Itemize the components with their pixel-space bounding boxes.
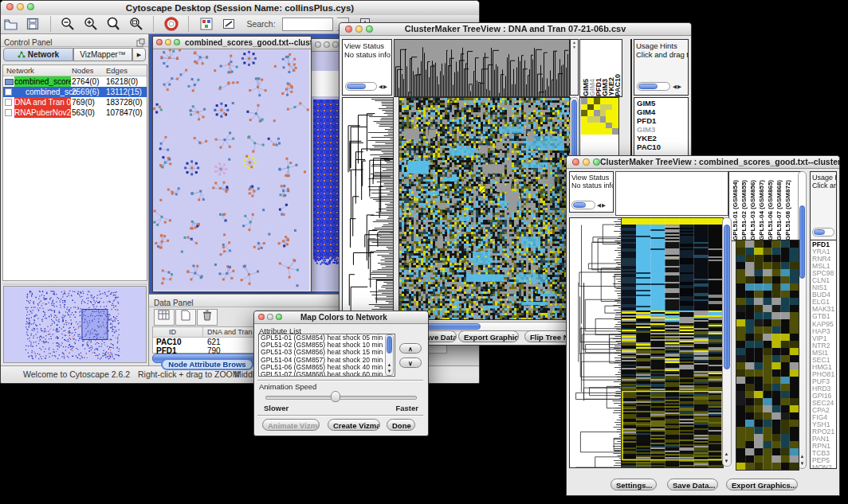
zoom-window-icon[interactable] bbox=[593, 158, 600, 166]
column-label[interactable]: GIM3 bbox=[601, 79, 607, 96]
treeview2-row-dendrogram[interactable] bbox=[569, 217, 622, 468]
open-file-icon[interactable] bbox=[2, 16, 18, 35]
animation-speed-slider-thumb[interactable] bbox=[331, 391, 340, 402]
treeview1-title-bar[interactable]: ClusterMaker TreeView : DNA and Tran 07-… bbox=[340, 23, 691, 36]
gene-label[interactable]: PFD1 bbox=[637, 116, 688, 125]
treeview2-button[interactable]: Export Graphics... bbox=[726, 479, 798, 490]
attribute-list-item[interactable]: GPL51-07 (GSM868) heat shock 60 min bbox=[259, 371, 395, 377]
close-icon[interactable] bbox=[572, 158, 579, 166]
scroll-arrows[interactable]: ◀▶ bbox=[379, 84, 388, 90]
close-icon[interactable] bbox=[345, 25, 352, 33]
delete-attribute-trash-icon[interactable] bbox=[197, 309, 218, 326]
view-status-hscrollbar[interactable] bbox=[571, 201, 595, 209]
dialog-button[interactable]: Animate Vizmap bbox=[262, 419, 320, 431]
gene-label[interactable]: MON2 bbox=[812, 464, 836, 469]
treeview2-title-bar[interactable]: ClusterMaker TreeView : combined_scores_… bbox=[567, 156, 839, 169]
network-table-row[interactable]: combined_sco 2569(6) 13112(15) bbox=[3, 87, 147, 97]
zoom-window-icon[interactable] bbox=[366, 25, 373, 33]
treeview1-button[interactable]: Export Graphics... bbox=[458, 330, 519, 342]
column-label[interactable]: GPL51-07 (GSM868) bbox=[775, 180, 784, 240]
treeview1-heatmap[interactable] bbox=[398, 97, 571, 320]
column-label[interactable]: GPL51-04 (GSM857) bbox=[758, 180, 767, 240]
column-label[interactable]: GIM4 bbox=[588, 79, 595, 96]
treeview1-zoom-matrix[interactable] bbox=[581, 98, 618, 135]
network-view-window[interactable]: combined_scores_good.txt--cluste... bbox=[152, 36, 312, 292]
minimize-icon[interactable] bbox=[17, 3, 24, 10]
close-icon[interactable] bbox=[156, 39, 163, 45]
scroll-down-icon[interactable]: ▼ bbox=[386, 369, 393, 374]
attribute-select-icon[interactable] bbox=[154, 309, 175, 326]
usage-hints-hscrollbar[interactable] bbox=[812, 228, 834, 236]
tab-vizmapper[interactable]: VizMapper™ bbox=[73, 48, 132, 61]
dialog-button[interactable]: Create Vizmap bbox=[328, 419, 380, 431]
gene-label[interactable]: GIM5 bbox=[637, 99, 688, 107]
attribute-list[interactable]: GPL51-01 (GSM854) heat shock 05 minGPL51… bbox=[258, 334, 395, 377]
zoom-in-icon[interactable] bbox=[83, 16, 99, 35]
zoom-selected-icon[interactable] bbox=[105, 16, 121, 35]
zoom-window-icon[interactable] bbox=[332, 41, 339, 48]
annotation-icon[interactable] bbox=[221, 16, 237, 35]
splitter-handle[interactable] bbox=[2, 281, 147, 285]
column-label[interactable]: GPL51-08 (GSM872) bbox=[784, 180, 793, 240]
column-label[interactable]: GPL51-03 (GSM856) bbox=[749, 180, 758, 240]
treeview2-heatmap[interactable] bbox=[621, 217, 724, 468]
dialog-title-bar[interactable]: Map Colors to Network bbox=[254, 311, 428, 324]
treeview2-vscrollbar[interactable] bbox=[722, 217, 732, 467]
treeview2-zoom-heatmap[interactable] bbox=[736, 240, 799, 471]
scroll-up-icon[interactable]: ▲ bbox=[723, 451, 730, 457]
minimize-icon[interactable] bbox=[165, 39, 171, 45]
scroll-arrows[interactable]: ◀▶ bbox=[673, 84, 682, 90]
tab-network[interactable]: Network bbox=[3, 48, 73, 61]
view-status-hscrollbar[interactable] bbox=[345, 82, 377, 91]
network-table-row[interactable]: DNA and Tran 07 769(0) 183728(0) bbox=[3, 97, 147, 107]
close-icon[interactable] bbox=[258, 314, 265, 320]
scroll-up-icon[interactable]: ▲ bbox=[799, 454, 806, 459]
dialog-button[interactable]: Done bbox=[387, 419, 415, 431]
help-lifebuoy-icon[interactable] bbox=[163, 16, 179, 35]
treeview1-button[interactable]: Flip Tree N bbox=[524, 330, 571, 342]
network-view-title-bar[interactable]: combined_scores_good.txt--cluste... bbox=[153, 37, 311, 49]
new-attribute-icon[interactable] bbox=[175, 309, 196, 326]
zoom-window-icon[interactable] bbox=[174, 39, 180, 45]
network-canvas[interactable] bbox=[153, 49, 309, 291]
scroll-down-icon[interactable]: ▼ bbox=[799, 461, 806, 467]
column-header-edges[interactable]: Edges bbox=[106, 65, 128, 76]
save-icon[interactable] bbox=[25, 16, 41, 35]
zoom-window-icon[interactable] bbox=[276, 314, 282, 320]
usage-hints-hscrollbar[interactable] bbox=[637, 82, 670, 91]
main-title-bar[interactable]: Cytoscape Desktop (Session Name: collins… bbox=[1, 1, 479, 16]
column-label[interactable]: GIM5 bbox=[582, 79, 588, 96]
network-table-row[interactable]: RNAPuberNov2+ 563(0) 107847(0) bbox=[3, 107, 147, 118]
column-label[interactable]: PAC10 bbox=[614, 74, 620, 96]
treeview2-button[interactable]: Settings... bbox=[610, 479, 657, 490]
strip-down-icon[interactable]: ▼ bbox=[571, 45, 578, 49]
column-header-id[interactable]: ID bbox=[169, 327, 176, 338]
animation-speed-slider-track[interactable] bbox=[265, 396, 417, 400]
network-overview-thumbnail[interactable] bbox=[3, 286, 147, 363]
minimize-icon[interactable] bbox=[355, 25, 363, 33]
column-label[interactable]: GPL51-06 (GSM865) bbox=[767, 180, 775, 240]
move-down-button[interactable]: ∨ bbox=[399, 357, 422, 368]
minimize-icon[interactable] bbox=[324, 41, 330, 48]
zoom-out-icon[interactable] bbox=[60, 16, 76, 35]
treeview1-column-dendrogram[interactable] bbox=[394, 39, 570, 97]
gene-label[interactable]: PAC10 bbox=[637, 143, 688, 151]
vizmapper-icon[interactable] bbox=[198, 16, 214, 35]
treeview2-button[interactable]: Save Data... bbox=[667, 479, 718, 490]
minimize-icon[interactable] bbox=[583, 158, 590, 166]
gene-label[interactable]: GIM4 bbox=[637, 107, 688, 116]
column-label[interactable]: PFD1 bbox=[595, 78, 601, 96]
gene-label[interactable]: YKE2 bbox=[637, 134, 688, 143]
move-up-button[interactable]: ∧ bbox=[399, 343, 422, 354]
minimize-icon[interactable] bbox=[267, 314, 273, 320]
treeview1-row-dendrogram[interactable] bbox=[342, 97, 394, 330]
scroll-up-icon[interactable]: ▲ bbox=[386, 362, 393, 368]
network-table-row[interactable]: combined_scores 2764(0) 16218(0) bbox=[3, 76, 147, 87]
column-label[interactable]: GPL51-02 (GSM855) bbox=[740, 180, 749, 240]
zoom-fit-icon[interactable] bbox=[128, 16, 144, 35]
column-header-nodes[interactable]: Nodes bbox=[72, 65, 93, 76]
close-icon[interactable] bbox=[315, 41, 321, 48]
scroll-down-icon[interactable]: ▼ bbox=[723, 459, 730, 464]
column-header-network[interactable]: Network bbox=[6, 65, 34, 76]
treeview2-column-tree-area[interactable] bbox=[615, 171, 728, 216]
